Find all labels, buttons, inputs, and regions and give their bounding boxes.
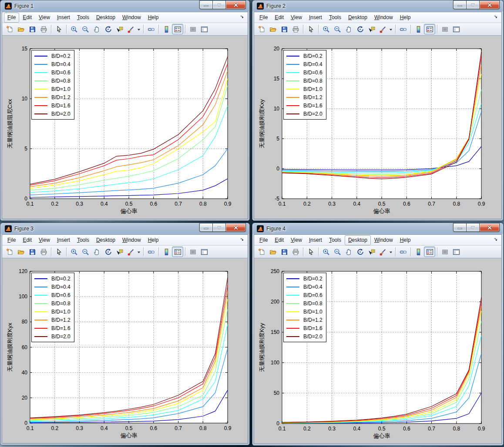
menu-desktop[interactable]: Desktop — [345, 235, 371, 245]
print-button[interactable] — [38, 24, 49, 34]
new-figure-button[interactable] — [4, 24, 15, 34]
zoom-out-button[interactable] — [80, 24, 91, 34]
close-button[interactable] — [226, 0, 246, 9]
pan-button[interactable] — [343, 24, 354, 34]
menu-insert[interactable]: Insert — [306, 235, 326, 245]
menubar-overflow-arrow-icon[interactable] — [491, 235, 500, 245]
menu-desktop[interactable]: Desktop — [93, 235, 119, 245]
link-plot-button[interactable] — [145, 247, 157, 257]
menubar-overflow-arrow-icon[interactable] — [491, 13, 500, 22]
axes-area[interactable]: 0.10.20.30.40.50.60.70.80.90501001502002… — [254, 258, 501, 444]
minimize-button[interactable] — [199, 0, 212, 9]
zoom-in-button[interactable] — [320, 24, 332, 34]
new-figure-button[interactable] — [256, 247, 267, 257]
insert-colorbar-button[interactable] — [413, 24, 424, 34]
brush-button[interactable] — [377, 247, 388, 257]
data-cursor-button[interactable] — [366, 247, 377, 257]
menu-file[interactable]: File — [256, 235, 271, 245]
pan-button[interactable] — [343, 247, 354, 257]
minimize-button[interactable] — [453, 0, 466, 9]
data-cursor-button[interactable] — [114, 24, 125, 34]
menu-view[interactable]: View — [35, 235, 54, 245]
insert-legend-button[interactable] — [424, 247, 435, 257]
hide-plot-tools-button[interactable] — [439, 247, 450, 257]
restore-button[interactable] — [466, 0, 480, 9]
zoom-out-button[interactable] — [80, 247, 91, 257]
insert-colorbar-button[interactable] — [161, 247, 172, 257]
zoom-in-button[interactable] — [320, 247, 332, 257]
menu-window[interactable]: Window — [371, 235, 396, 245]
legend[interactable]: B/D=0.2B/D=0.4B/D=0.6B/D=0.8B/D=1.0B/D=1… — [283, 50, 326, 120]
brush-dropdown-arrow[interactable] — [136, 24, 141, 34]
menu-view[interactable]: View — [35, 13, 54, 23]
menu-insert[interactable]: Insert — [54, 13, 74, 23]
restore-button[interactable] — [466, 223, 480, 232]
save-figure-button[interactable] — [27, 247, 38, 257]
menu-edit[interactable]: Edit — [19, 235, 35, 245]
open-file-button[interactable] — [15, 247, 27, 257]
edit-plot-button[interactable] — [53, 24, 64, 34]
menu-window[interactable]: Window — [119, 13, 144, 23]
legend[interactable]: B/D=0.2B/D=0.4B/D=0.6B/D=0.8B/D=1.0B/D=1… — [283, 273, 326, 342]
menu-desktop[interactable]: Desktop — [93, 13, 119, 23]
zoom-out-button[interactable] — [332, 24, 343, 34]
insert-legend-button[interactable] — [424, 24, 435, 34]
show-plot-tools-button[interactable] — [198, 247, 210, 257]
menubar-overflow-arrow-icon[interactable] — [238, 13, 246, 22]
axes-area[interactable]: 0.10.20.30.40.50.60.70.80.9051015偏心率无量纲油… — [2, 36, 248, 219]
brush-button[interactable] — [125, 247, 136, 257]
insert-legend-button[interactable] — [172, 24, 183, 34]
menu-window[interactable]: Window — [371, 13, 396, 23]
brush-dropdown-arrow[interactable] — [388, 24, 393, 34]
titlebar[interactable]: Figure 1 — [0, 0, 249, 12]
menu-edit[interactable]: Edit — [19, 13, 35, 23]
zoom-in-button[interactable] — [68, 24, 80, 34]
insert-colorbar-button[interactable] — [161, 24, 172, 34]
show-plot-tools-button[interactable] — [450, 24, 462, 34]
brush-dropdown-arrow[interactable] — [388, 247, 393, 257]
save-figure-button[interactable] — [27, 24, 38, 34]
rotate-3d-button[interactable] — [354, 247, 366, 257]
print-button[interactable] — [290, 247, 301, 257]
restore-button[interactable] — [212, 223, 226, 232]
rotate-3d-button[interactable] — [354, 24, 366, 34]
new-figure-button[interactable] — [4, 247, 15, 257]
edit-plot-button[interactable] — [305, 247, 316, 257]
menu-help[interactable]: Help — [144, 13, 162, 23]
menu-desktop[interactable]: Desktop — [345, 13, 371, 23]
save-figure-button[interactable] — [279, 24, 290, 34]
axes-area[interactable]: 0.10.20.30.40.50.60.70.80.9-505101520偏心率… — [254, 36, 501, 219]
menu-view[interactable]: View — [287, 235, 306, 245]
menu-insert[interactable]: Insert — [306, 13, 326, 23]
zoom-out-button[interactable] — [332, 247, 343, 257]
link-plot-button[interactable] — [397, 247, 409, 257]
menu-edit[interactable]: Edit — [271, 235, 287, 245]
close-button[interactable] — [480, 0, 500, 9]
axes-area[interactable]: 0.10.20.30.40.50.60.70.80.90204060801001… — [2, 258, 248, 443]
menu-file[interactable]: File — [4, 13, 19, 23]
menu-tools[interactable]: Tools — [74, 235, 93, 245]
hide-plot-tools-button[interactable] — [439, 24, 450, 34]
new-figure-button[interactable] — [256, 24, 267, 34]
legend[interactable]: B/D=0.2B/D=0.4B/D=0.6B/D=0.8B/D=1.0B/D=1… — [31, 273, 74, 342]
menu-file[interactable]: File — [4, 235, 19, 245]
menu-file[interactable]: File — [256, 13, 271, 23]
open-file-button[interactable] — [15, 24, 27, 34]
menu-tools[interactable]: Tools — [326, 235, 345, 245]
menu-insert[interactable]: Insert — [54, 235, 74, 245]
menubar-overflow-arrow-icon[interactable] — [238, 235, 246, 245]
open-file-button[interactable] — [267, 247, 279, 257]
hide-plot-tools-button[interactable] — [187, 24, 198, 34]
insert-legend-button[interactable] — [172, 247, 183, 257]
pan-button[interactable] — [91, 24, 102, 34]
pan-button[interactable] — [91, 247, 102, 257]
menu-tools[interactable]: Tools — [326, 13, 345, 23]
print-button[interactable] — [290, 24, 301, 34]
close-button[interactable] — [480, 223, 500, 232]
legend[interactable]: B/D=0.2B/D=0.4B/D=0.6B/D=0.8B/D=1.0B/D=1… — [31, 50, 74, 120]
rotate-3d-button[interactable] — [102, 24, 114, 34]
brush-button[interactable] — [125, 24, 136, 34]
rotate-3d-button[interactable] — [102, 247, 114, 257]
menu-edit[interactable]: Edit — [271, 13, 287, 23]
menu-view[interactable]: View — [287, 13, 306, 23]
